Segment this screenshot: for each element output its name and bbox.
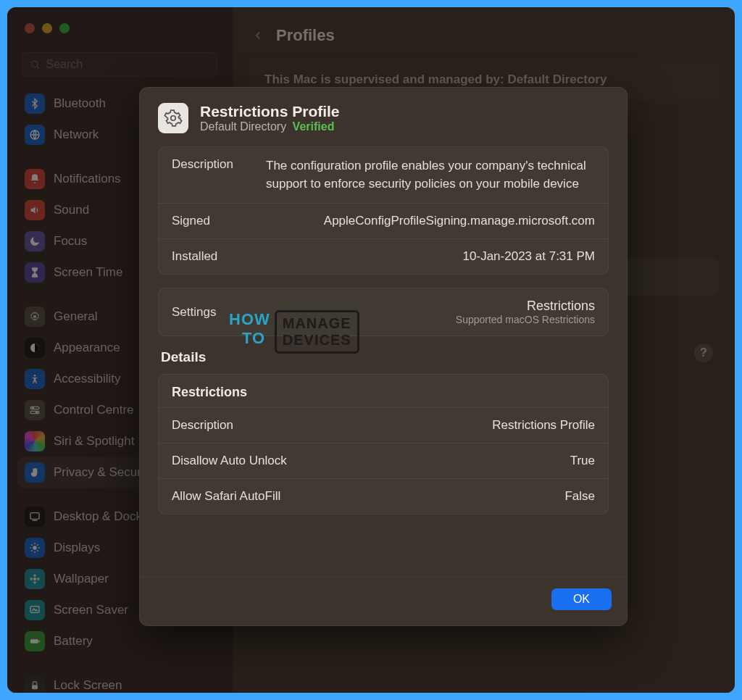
svg-point-8 bbox=[32, 407, 34, 409]
svg-line-17 bbox=[31, 544, 32, 545]
globe-icon bbox=[25, 125, 45, 145]
hourglass-icon bbox=[25, 262, 45, 283]
svg-line-1 bbox=[37, 67, 39, 69]
info-val-installed: 10-Jan-2023 at 7:31 PM bbox=[266, 249, 595, 264]
sidebar-item-battery[interactable]: Battery bbox=[17, 626, 222, 657]
bluetooth-icon bbox=[25, 93, 45, 114]
sidebar-item-label: Network bbox=[54, 128, 99, 142]
svg-point-12 bbox=[33, 546, 36, 549]
lock-icon bbox=[25, 675, 45, 693]
details-row: Allow Safari AutoFill False bbox=[159, 479, 608, 514]
details-card: Restrictions Description Restrictions Pr… bbox=[158, 374, 609, 514]
info-key-description: Description bbox=[172, 157, 253, 172]
info-key-installed: Installed bbox=[172, 249, 253, 264]
switches-icon bbox=[25, 400, 45, 420]
close-window-button[interactable] bbox=[25, 23, 35, 33]
page-title: Profiles bbox=[276, 26, 335, 45]
window-controls bbox=[7, 7, 232, 33]
modal-footer: OK bbox=[139, 576, 628, 626]
details-row: Description Restrictions Profile bbox=[159, 408, 608, 443]
help-button[interactable]: ? bbox=[694, 343, 713, 362]
sidebar-item-label: Control Centre bbox=[54, 403, 134, 417]
sidebar-item-label: Battery bbox=[54, 634, 93, 649]
profile-detail-modal: Restrictions Profile Default Directory V… bbox=[139, 87, 628, 626]
details-row-key: Disallow Auto Unlock bbox=[172, 454, 287, 468]
screensaver-icon bbox=[25, 600, 45, 620]
svg-point-21 bbox=[33, 578, 36, 580]
sidebar-item-label: Siri & Spotlight bbox=[54, 434, 135, 449]
siri-icon bbox=[25, 431, 45, 451]
svg-rect-29 bbox=[32, 685, 38, 689]
minimize-window-button[interactable] bbox=[42, 23, 52, 33]
svg-line-18 bbox=[37, 550, 38, 551]
sidebar-item-label: General bbox=[54, 309, 97, 324]
svg-point-5 bbox=[34, 375, 36, 377]
battery-icon bbox=[25, 631, 45, 651]
gear-icon bbox=[25, 307, 45, 327]
sidebar-item-label: Displays bbox=[54, 541, 100, 555]
main-header: Profiles bbox=[233, 7, 735, 59]
back-button[interactable] bbox=[251, 29, 264, 42]
svg-point-0 bbox=[31, 61, 37, 67]
sidebar-item-label: Lock Screen bbox=[54, 678, 122, 693]
hand-icon bbox=[25, 462, 45, 483]
details-row-val: Restrictions Profile bbox=[492, 418, 595, 433]
modal-scroll-area[interactable]: Restrictions Profile Default Directory V… bbox=[139, 87, 628, 576]
svg-point-30 bbox=[171, 116, 176, 121]
details-row-val: True bbox=[570, 454, 595, 468]
dock-icon bbox=[25, 507, 45, 527]
flower-icon bbox=[25, 569, 45, 589]
speaker-icon bbox=[25, 200, 45, 220]
contrast-icon bbox=[25, 338, 45, 358]
sidebar-item-label: Wallpaper bbox=[54, 572, 109, 586]
svg-point-24 bbox=[30, 578, 33, 580]
settings-card: Settings Restrictions Supported macOS Re… bbox=[158, 288, 609, 336]
settings-key: Settings bbox=[172, 305, 216, 320]
details-row-val: False bbox=[564, 489, 595, 504]
details-group-title: Restrictions bbox=[159, 375, 608, 408]
search-input[interactable] bbox=[46, 58, 209, 71]
sidebar-item-label: Notifications bbox=[54, 172, 121, 186]
bell-icon bbox=[25, 169, 45, 189]
info-val-description: The configuration profile enables your c… bbox=[266, 157, 595, 193]
settings-value-sub: Supported macOS Restrictions bbox=[456, 314, 595, 325]
profile-subtitle: Default Directory Verified bbox=[200, 120, 340, 133]
profile-title: Restrictions Profile bbox=[200, 103, 340, 120]
sidebar-item-label: Focus bbox=[54, 234, 87, 249]
svg-point-23 bbox=[33, 581, 36, 584]
sidebar-item-lock-screen[interactable]: Lock Screen bbox=[17, 670, 222, 693]
details-row-key: Description bbox=[172, 418, 233, 433]
sidebar-item-label: Screen Time bbox=[54, 265, 122, 280]
info-key-signed: Signed bbox=[172, 214, 253, 228]
details-row: Disallow Auto Unlock True bbox=[159, 443, 608, 479]
details-heading: Details bbox=[161, 349, 609, 365]
search-icon bbox=[30, 59, 41, 70]
svg-line-19 bbox=[37, 544, 38, 545]
sidebar-item-label: Desktop & Dock bbox=[54, 509, 142, 524]
info-val-signed: AppleConfigProfileSigning.manage.microso… bbox=[266, 214, 595, 228]
svg-point-22 bbox=[33, 574, 36, 577]
sidebar-item-label: Accessibility bbox=[54, 372, 121, 386]
settings-window: Bluetooth Network Notifications Sound Fo… bbox=[7, 7, 735, 693]
moon-icon bbox=[25, 231, 45, 251]
svg-line-20 bbox=[31, 550, 32, 551]
profile-info-card: Description The configuration profile en… bbox=[158, 146, 609, 275]
svg-point-3 bbox=[33, 315, 36, 318]
gear-icon bbox=[158, 103, 188, 133]
accessibility-icon bbox=[25, 369, 45, 389]
sidebar-item-label: Bluetooth bbox=[54, 96, 106, 111]
sidebar-item-label: Appearance bbox=[54, 341, 120, 355]
svg-rect-10 bbox=[30, 513, 39, 520]
svg-rect-28 bbox=[38, 641, 39, 643]
svg-rect-27 bbox=[30, 639, 38, 643]
verified-badge: Verified bbox=[293, 120, 335, 133]
search-field[interactable] bbox=[22, 52, 217, 77]
settings-value: Restrictions bbox=[456, 299, 595, 314]
ok-button[interactable]: OK bbox=[551, 588, 612, 610]
details-row-key: Allow Safari AutoFill bbox=[172, 489, 280, 504]
sidebar-item-label: Screen Saver bbox=[54, 603, 128, 617]
sidebar-item-label: Sound bbox=[54, 203, 89, 217]
svg-point-9 bbox=[36, 412, 38, 414]
sun-icon bbox=[25, 538, 45, 558]
zoom-window-button[interactable] bbox=[59, 23, 70, 33]
